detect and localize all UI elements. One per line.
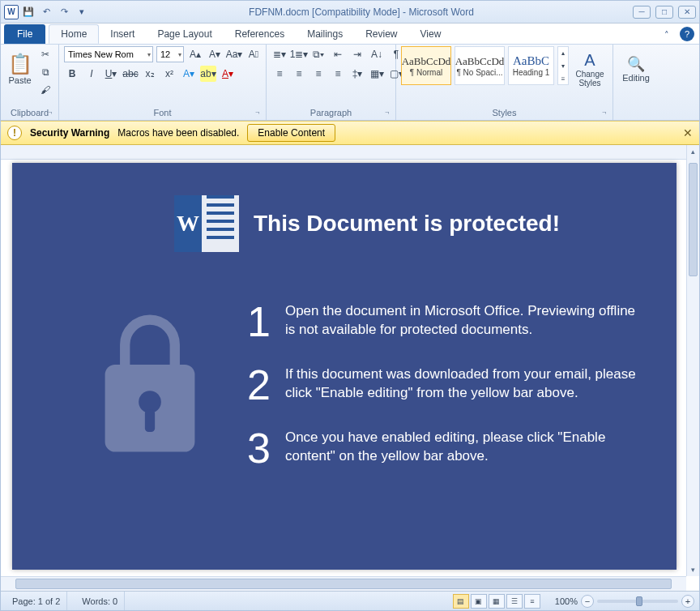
text-effects-icon[interactable]: A▾ xyxy=(181,66,197,82)
grow-font-icon[interactable]: A▴ xyxy=(187,46,203,62)
bullets-icon[interactable]: ≣▾ xyxy=(271,46,288,62)
group-label-font: Font xyxy=(64,106,261,120)
line-spacing-icon[interactable]: ‡▾ xyxy=(349,66,365,82)
word-logo-icon: W xyxy=(174,195,239,252)
align-right-icon[interactable]: ≡ xyxy=(310,66,327,82)
group-label-styles: Styles xyxy=(401,106,608,120)
ribbon-minimize-icon[interactable]: ˄ xyxy=(659,27,675,43)
security-warning-message: Macros have been disabled. xyxy=(117,127,239,139)
status-page[interactable]: Page: 1 of 2 xyxy=(6,592,67,610)
print-layout-view-icon[interactable]: ▤ xyxy=(453,594,469,609)
style-normal[interactable]: AaBbCcDd¶ Normal xyxy=(401,46,451,85)
outline-view-icon[interactable]: ☰ xyxy=(506,594,523,609)
change-styles-icon: A xyxy=(584,51,595,70)
svg-rect-2 xyxy=(145,409,155,432)
minimize-button[interactable]: ─ xyxy=(633,6,651,19)
ribbon-tabs: File Home Insert Page Layout References … xyxy=(1,24,699,45)
font-color-icon[interactable]: A▾ xyxy=(220,66,236,82)
tab-references[interactable]: References xyxy=(224,24,296,44)
status-words[interactable]: Words: 0 xyxy=(75,592,125,610)
shrink-font-icon[interactable]: A▾ xyxy=(207,46,223,62)
help-icon[interactable]: ? xyxy=(680,27,694,41)
file-tab[interactable]: File xyxy=(4,24,45,44)
tab-home[interactable]: Home xyxy=(49,24,99,44)
superscript-icon[interactable]: x² xyxy=(161,66,177,82)
document-page: W This Document is protected! 1 Open the… xyxy=(12,163,677,570)
lock-icon xyxy=(77,301,223,469)
scroll-up-icon[interactable]: ▴ xyxy=(687,145,699,158)
style-heading-1[interactable]: AaBbCHeading 1 xyxy=(508,46,554,85)
tab-view[interactable]: View xyxy=(409,24,453,44)
find-icon: 🔍 xyxy=(627,55,645,73)
bold-icon[interactable]: B xyxy=(64,66,80,82)
scroll-down-icon[interactable]: ▾ xyxy=(687,563,699,576)
cut-icon[interactable]: ✂ xyxy=(37,46,53,62)
justify-icon[interactable]: ≡ xyxy=(330,66,346,82)
zoom-controls: 100% − + xyxy=(555,595,694,608)
step-3: 3 Once you have enabled editing, please … xyxy=(247,427,644,469)
save-icon[interactable]: 💾 xyxy=(20,4,36,20)
copy-icon[interactable]: ⧉ xyxy=(37,64,53,80)
clipboard-icon: 📋 xyxy=(8,53,32,75)
horizontal-scrollbar[interactable] xyxy=(1,576,686,591)
qat-dropdown-icon[interactable]: ▾ xyxy=(74,4,90,20)
step-2: 2 If this document was downloaded from y… xyxy=(247,364,644,406)
scroll-thumb[interactable] xyxy=(689,163,698,276)
style-no-spacing[interactable]: AaBbCcDd¶ No Spaci... xyxy=(455,46,505,85)
zoom-out-icon[interactable]: − xyxy=(581,595,594,608)
clear-formatting-icon[interactable]: A⃠ xyxy=(245,46,262,62)
tab-review[interactable]: Review xyxy=(354,24,408,44)
close-button[interactable]: ✕ xyxy=(678,6,696,19)
align-center-icon[interactable]: ≡ xyxy=(291,66,307,82)
subscript-icon[interactable]: x₂ xyxy=(142,66,158,82)
zoom-in-icon[interactable]: + xyxy=(681,595,694,608)
word-app-icon[interactable]: W xyxy=(4,5,19,19)
change-styles-button[interactable]: A Change Styles xyxy=(572,46,608,92)
align-left-icon[interactable]: ≡ xyxy=(271,66,288,82)
undo-icon[interactable]: ↶ xyxy=(38,4,54,20)
web-layout-view-icon[interactable]: ▦ xyxy=(489,594,505,609)
italic-icon[interactable]: I xyxy=(83,66,100,82)
font-name-combobox[interactable]: Times New Rom▾ xyxy=(64,46,153,62)
vertical-scrollbar[interactable]: ▴ ▾ xyxy=(686,145,699,576)
increase-indent-icon[interactable]: ⇥ xyxy=(349,46,365,62)
font-size-combobox[interactable]: 12▾ xyxy=(156,46,184,62)
zoom-slider[interactable] xyxy=(597,600,678,603)
sort-icon[interactable]: A↓ xyxy=(369,46,385,62)
format-painter-icon[interactable]: 🖌 xyxy=(37,82,53,98)
window-title: FDFNM.docm [Compatibility Mode] - Micros… xyxy=(90,6,633,18)
tab-insert[interactable]: Insert xyxy=(99,24,146,44)
tab-page-layout[interactable]: Page Layout xyxy=(146,24,223,44)
document-heading: This Document is protected! xyxy=(254,211,560,237)
paste-button[interactable]: 📋 Paste xyxy=(6,46,34,92)
styles-scroll-up-icon[interactable]: ▴ xyxy=(555,47,571,58)
hscroll-thumb[interactable] xyxy=(15,579,672,589)
maximize-button[interactable]: □ xyxy=(655,6,673,19)
enable-content-button[interactable]: Enable Content xyxy=(247,124,335,142)
draft-view-icon[interactable]: ≡ xyxy=(524,594,540,609)
step-3-text: Once you have enabled editing, please cl… xyxy=(285,427,644,469)
full-screen-view-icon[interactable]: ▣ xyxy=(471,594,487,609)
styles-scroll-down-icon[interactable]: ▾ xyxy=(555,60,571,71)
shading-icon[interactable]: ▦▾ xyxy=(369,66,385,82)
underline-icon[interactable]: U▾ xyxy=(103,66,119,82)
security-bar-close-icon[interactable]: ✕ xyxy=(683,126,693,139)
step-1: 1 Open the document in Microsoft Office.… xyxy=(247,301,644,343)
change-case-icon[interactable]: Aa▾ xyxy=(226,46,242,62)
styles-expand-icon[interactable]: ≡ xyxy=(555,73,571,84)
editing-button[interactable]: 🔍 Editing xyxy=(618,46,654,92)
multilevel-list-icon[interactable]: ⧉▾ xyxy=(310,46,327,62)
tab-mailings[interactable]: Mailings xyxy=(296,24,354,44)
step-1-text: Open the document in Microsoft Office. P… xyxy=(285,301,644,343)
decrease-indent-icon[interactable]: ⇤ xyxy=(330,46,346,62)
redo-icon[interactable]: ↷ xyxy=(56,4,72,20)
horizontal-ruler[interactable] xyxy=(1,145,686,160)
strikethrough-icon[interactable]: abc xyxy=(122,66,139,82)
group-clipboard: 📋 Paste ✂ ⧉ 🖌 Clipboard xyxy=(1,45,59,120)
view-buttons: ▤ ▣ ▦ ☰ ≡ xyxy=(453,594,540,609)
paste-label: Paste xyxy=(8,75,31,85)
highlight-icon[interactable]: ab▾ xyxy=(200,66,216,82)
step-2-text: If this document was downloaded from you… xyxy=(285,364,644,406)
numbering-icon[interactable]: 1≣▾ xyxy=(291,46,307,62)
zoom-level[interactable]: 100% xyxy=(555,596,578,606)
